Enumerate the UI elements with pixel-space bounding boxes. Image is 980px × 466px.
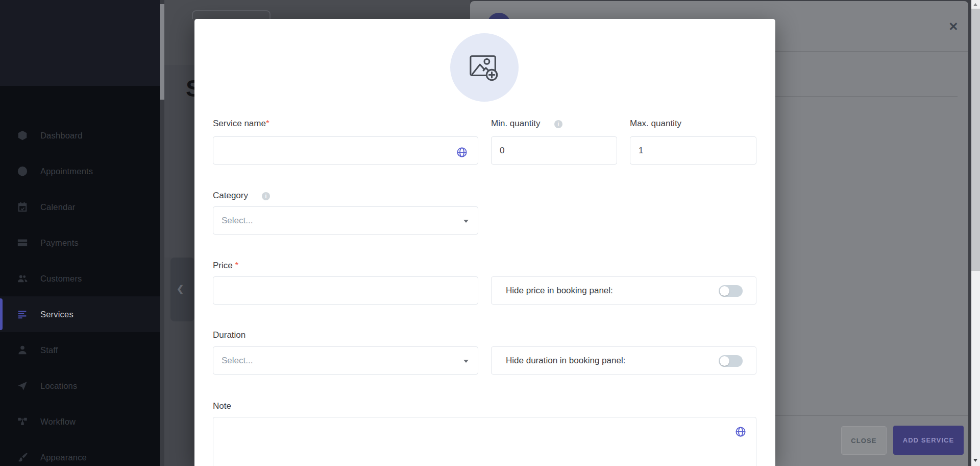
category-select[interactable]: Select... [213,206,478,235]
chevron-left-icon: ❮ [175,282,185,296]
sidebar-item-label: Workflow [40,417,76,427]
category-label: Category [213,191,248,201]
cube-icon [17,130,28,141]
close-button[interactable]: CLOSE [841,426,887,455]
scrollbar-thumb[interactable] [160,4,164,100]
sidebar-item-staff[interactable]: Staff [0,332,160,368]
sidebar-item-label: Calendar [40,202,76,212]
active-indicator [0,298,3,330]
service-details-dialog: Service name* Min. quantity i Max. quant… [194,19,775,466]
sidebar-item-appearance[interactable]: Appearance [0,439,160,466]
chevron-down-icon [463,220,469,223]
note-textarea[interactable] [213,417,756,466]
users-icon [17,273,28,284]
dimmed-header-band [164,19,194,65]
paintbrush-icon [17,452,28,463]
sidebar-nav: Dashboard Appointments Calendar Payments [0,118,160,466]
toggle-knob [720,286,729,296]
sidebar-item-label: Services [40,310,74,319]
calendar-icon [17,201,28,213]
sidebar-item-label: Locations [40,381,77,391]
wallet-icon [17,237,28,248]
sidebar-item-payments[interactable]: Payments [0,225,160,261]
translate-globe-icon[interactable] [735,426,746,437]
close-icon[interactable]: ✕ [947,20,960,33]
workflow-icon [17,416,28,427]
required-asterisk: * [266,119,270,128]
hide-price-toggle[interactable] [719,285,743,297]
app-screen: S ❮ ✕ CLOSE ADD SERVICE [0,0,980,466]
translate-globe-icon[interactable] [456,147,468,158]
sidebar-item-dashboard[interactable]: Dashboard [0,118,160,153]
sidebar-item-label: Customers [40,274,82,284]
sidebar-item-locations[interactable]: Locations [0,368,160,404]
max-quantity-input[interactable] [630,136,756,165]
upload-image-button[interactable] [450,33,519,102]
hide-duration-label: Hide duration in booking panel: [506,356,625,366]
sidebar-item-label: Staff [40,345,58,355]
sidebar-item-appointments[interactable]: Appointments [0,153,160,189]
list-icon [17,309,28,320]
sidebar-item-label: Payments [40,238,79,248]
sidebar-item-customers[interactable]: Customers [0,261,160,296]
service-name-label: Service name* [213,119,270,129]
price-label: Price * [213,261,238,271]
price-input[interactable] [213,276,478,305]
paper-plane-icon [17,380,28,391]
dimmed-page-left-strip: S ❮ [164,19,194,466]
page-scrollbar[interactable] [971,0,980,466]
sidebar-item-label: Dashboard [40,131,83,141]
sidebar-item-workflow[interactable]: Workflow [0,404,160,439]
duration-select[interactable]: Select... [213,346,478,375]
scroll-down-arrow-icon[interactable] [973,459,977,462]
scrollbar-thumb[interactable] [971,9,980,271]
required-asterisk: * [235,261,238,270]
min-quantity-input[interactable] [491,136,617,165]
hide-price-label: Hide price in booking panel: [506,286,613,296]
page-title-partial: S [186,76,194,100]
sidebar-logo-area [0,0,160,86]
sidebar-item-label: Appearance [40,453,87,462]
sidebar-scrollbar[interactable] [160,0,164,466]
duration-label: Duration [213,330,246,340]
min-quantity-label: Min. quantity [491,119,540,129]
toggle-knob [720,356,729,366]
hide-price-row: Hide price in booking panel: [491,276,756,305]
clock-icon [17,166,28,177]
max-quantity-label: Max. quantity [630,119,681,129]
add-image-icon [469,53,500,82]
select-placeholder: Select... [222,356,253,366]
service-name-input[interactable] [213,136,478,165]
add-service-button[interactable]: ADD SERVICE [893,426,964,455]
note-label: Note [213,401,231,411]
sidebar-item-label: Appointments [40,167,93,176]
chevron-down-icon [463,360,469,363]
hide-duration-toggle[interactable] [719,355,743,367]
sidebar-item-calendar[interactable]: Calendar [0,189,160,225]
sidebar: Dashboard Appointments Calendar Payments [0,0,160,466]
collapse-panel-button[interactable]: ❮ [170,258,194,321]
hide-duration-row: Hide duration in booking panel: [491,346,756,375]
scroll-up-arrow-icon[interactable] [973,3,977,6]
info-icon[interactable]: i [262,192,270,200]
person-icon [17,344,28,356]
select-placeholder: Select... [222,216,253,226]
info-icon[interactable]: i [554,120,562,128]
sidebar-item-services[interactable]: Services [0,296,160,332]
